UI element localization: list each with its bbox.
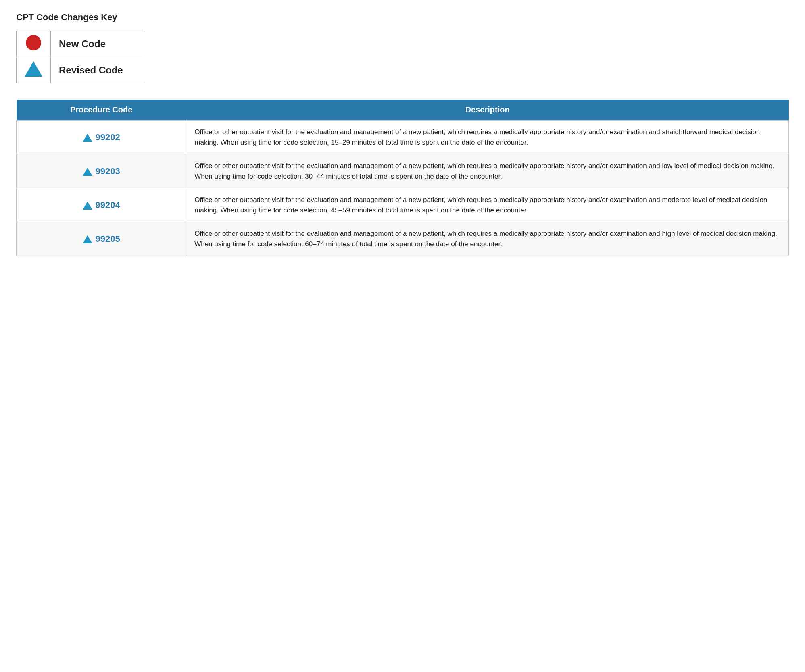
code-value: 99203	[96, 166, 120, 176]
description-cell: Office or other outpatient visit for the…	[186, 121, 789, 154]
code-value: 99202	[96, 132, 120, 142]
revised-code-triangle-icon	[25, 61, 42, 77]
procedure-code-cell: 99202	[17, 121, 186, 154]
procedure-code-cell: 99203	[17, 154, 186, 188]
row-triangle-icon	[83, 235, 92, 243]
procedure-code-cell: 99205	[17, 222, 186, 256]
new-code-icon-cell	[17, 31, 51, 57]
description-cell: Office or other outpatient visit for the…	[186, 222, 789, 256]
table-row: 99202Office or other outpatient visit fo…	[17, 121, 789, 154]
row-triangle-icon	[83, 168, 92, 176]
table-row: 99205Office or other outpatient visit fo…	[17, 222, 789, 256]
table-header-row: Procedure Code Description	[17, 100, 789, 121]
legend-row-new-code: New Code	[17, 31, 145, 57]
procedure-code-cell: 99204	[17, 188, 186, 222]
revised-code-label: Revised Code	[51, 57, 145, 83]
code-value: 99204	[96, 200, 120, 210]
row-triangle-icon	[83, 134, 92, 142]
table-row: 99203Office or other outpatient visit fo…	[17, 154, 789, 188]
revised-code-icon-cell	[17, 57, 51, 83]
procedure-table: Procedure Code Description 99202Office o…	[16, 100, 789, 256]
page-title: CPT Code Changes Key	[16, 12, 789, 23]
row-triangle-icon	[83, 202, 92, 210]
header-procedure-code: Procedure Code	[17, 100, 186, 121]
table-row: 99204Office or other outpatient visit fo…	[17, 188, 789, 222]
new-code-circle-icon	[26, 35, 41, 50]
description-cell: Office or other outpatient visit for the…	[186, 154, 789, 188]
legend-table: New Code Revised Code	[16, 31, 145, 83]
legend-row-revised-code: Revised Code	[17, 57, 145, 83]
description-cell: Office or other outpatient visit for the…	[186, 188, 789, 222]
new-code-label: New Code	[51, 31, 145, 57]
code-value: 99205	[96, 234, 120, 244]
header-description: Description	[186, 100, 789, 121]
